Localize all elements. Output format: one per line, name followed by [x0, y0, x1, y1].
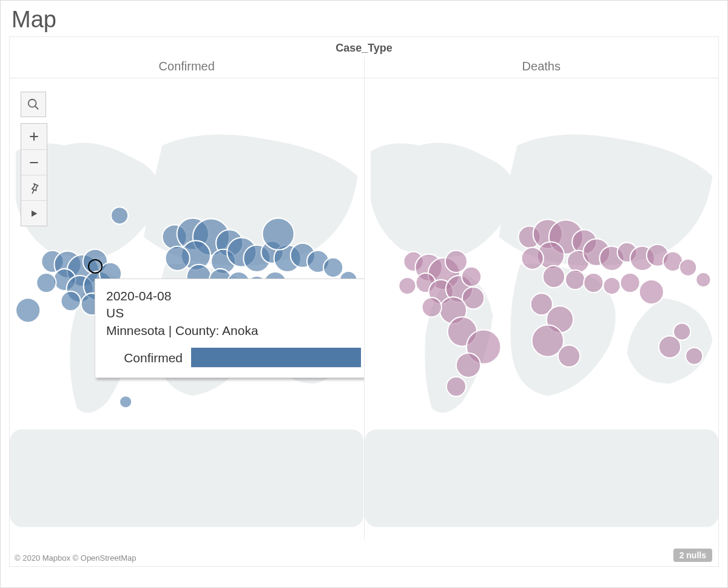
svg-point-88 — [639, 280, 663, 304]
svg-point-12 — [61, 291, 81, 311]
map-search-button[interactable] — [21, 92, 46, 117]
svg-point-37 — [262, 218, 294, 249]
svg-point-84 — [558, 345, 579, 367]
map-attribution: © 2020 Mapbox © OpenStreetMap — [15, 553, 136, 563]
svg-point-15 — [120, 396, 132, 408]
page-title: Map — [12, 7, 719, 33]
svg-point-56 — [422, 297, 441, 317]
svg-point-13 — [111, 207, 128, 224]
pin-button[interactable] — [21, 175, 47, 200]
svg-point-38 — [29, 100, 36, 107]
svg-point-29 — [323, 258, 343, 277]
map-panel-deaths[interactable] — [365, 78, 719, 539]
svg-point-79 — [603, 277, 620, 294]
tooltip-region: Minnesota | County: Anoka — [106, 322, 364, 339]
svg-point-48 — [445, 251, 467, 272]
column-header-deaths[interactable]: Deaths — [365, 57, 719, 78]
svg-point-21 — [166, 246, 190, 271]
zoom-out-button[interactable] — [21, 149, 47, 175]
svg-point-53 — [461, 267, 480, 286]
map-card: Case_Type Confirmed Deaths — [9, 36, 719, 567]
plus-icon — [28, 130, 40, 143]
dashboard-frame: Map Case_Type Confirmed Deaths — [0, 0, 728, 588]
tooltip-bar-track — [191, 348, 361, 368]
column-axis-title: Case_Type — [10, 37, 718, 55]
svg-point-76 — [542, 266, 564, 288]
nulls-indicator[interactable]: 2 nulls — [673, 549, 712, 562]
play-icon — [29, 209, 39, 218]
svg-point-78 — [584, 273, 603, 292]
map-tooltip: 2020-04-08 US Minnesota | County: Anoka … — [95, 279, 364, 378]
svg-rect-44 — [365, 429, 718, 527]
svg-point-87 — [673, 323, 690, 340]
search-icon — [27, 98, 40, 111]
tooltip-metric-label: Confirmed — [106, 351, 183, 365]
svg-point-7 — [36, 273, 56, 292]
tooltip-metric-row: Confirmed 46 — [106, 348, 364, 368]
tooltip-country: US — [106, 305, 364, 322]
zoom-in-button[interactable] — [21, 124, 47, 149]
svg-point-75 — [696, 272, 710, 287]
world-map-deaths — [365, 78, 718, 539]
svg-point-59 — [456, 353, 480, 377]
svg-point-86 — [686, 348, 703, 365]
column-headers: Confirmed Deaths — [10, 57, 718, 78]
svg-marker-43 — [32, 210, 37, 217]
svg-point-74 — [679, 259, 696, 276]
map-panel-confirmed[interactable]: 2020-04-08 US Minnesota | County: Anoka … — [10, 78, 364, 539]
svg-rect-0 — [10, 429, 363, 527]
map-tool-group — [21, 123, 47, 226]
svg-point-51 — [399, 277, 416, 294]
svg-point-66 — [521, 248, 543, 269]
tooltip-date: 2020-04-08 — [106, 288, 364, 305]
play-button[interactable] — [21, 200, 47, 226]
svg-point-60 — [446, 377, 465, 396]
highlighted-point-ring[interactable] — [88, 259, 103, 274]
pin-icon — [28, 181, 40, 195]
map-toolbar — [21, 92, 47, 226]
svg-point-14 — [16, 298, 40, 322]
minus-icon — [28, 157, 40, 169]
svg-point-77 — [565, 270, 584, 289]
tooltip-bar-fill — [191, 348, 361, 367]
svg-line-39 — [35, 106, 39, 110]
svg-point-80 — [620, 273, 639, 292]
column-header-confirmed[interactable]: Confirmed — [10, 57, 364, 78]
map-panels: 2020-04-08 US Minnesota | County: Anoka … — [10, 78, 718, 539]
